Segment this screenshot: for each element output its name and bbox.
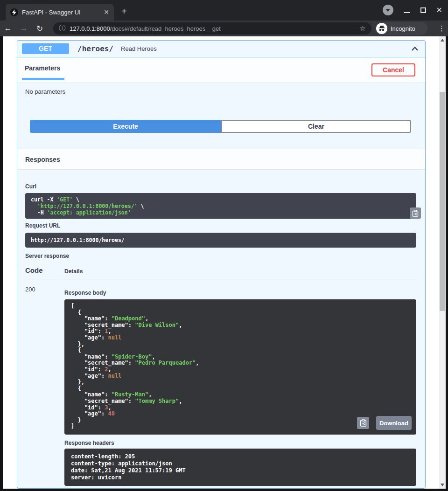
curl-label: Curl (25, 183, 36, 190)
browser-menu-icon[interactable]: ⋮ (438, 24, 445, 33)
url-text[interactable]: 127.0.0.1:8000/docs#/default/read_heroes… (70, 25, 356, 32)
tab-close-icon[interactable]: ✕ (104, 9, 109, 15)
maximize-icon[interactable] (420, 7, 426, 13)
curl-copy-button[interactable] (410, 207, 421, 219)
browser-toolbar: ← → ↻ ⓘ 127.0.0.1:8000/docs#/default/rea… (0, 21, 448, 36)
window-close-icon[interactable]: ✕ (436, 7, 442, 14)
cancel-button[interactable]: Cancel (371, 63, 415, 76)
clear-button[interactable]: Clear (221, 120, 411, 133)
responses-section-header: Responses (17, 149, 425, 170)
download-button[interactable]: Download (376, 416, 412, 430)
response-headers-label: Response headers (64, 440, 114, 446)
url-host: 127.0.0.1:8000 (70, 25, 110, 32)
clipboard-icon (412, 210, 419, 217)
status-code: 200 (25, 286, 35, 293)
response-body-json: [ { "name": "Deadpond", "secret_name": "… (71, 303, 410, 430)
http-method-badge: GET (22, 43, 69, 54)
response-body-label: Response body (64, 290, 106, 296)
page-scrollbar[interactable] (439, 36, 446, 489)
browser-titlebar: FastAPI - Swagger UI ✕ + ✕ (0, 0, 448, 21)
parameters-section-header: Parameters Cancel (17, 57, 425, 83)
request-url-value: http://127.0.0.1:8000/heroes/ (31, 237, 125, 243)
endpoint-summary: Read Heroes (121, 45, 157, 52)
responses-title: Responses (25, 156, 60, 163)
address-bar[interactable]: ⓘ 127.0.0.1:8000/docs#/default/read_hero… (53, 22, 371, 35)
parameters-title: Parameters (25, 64, 60, 72)
browser-window: FastAPI - Swagger UI ✕ + ✕ ← → ↻ ⓘ 127.0… (0, 0, 448, 491)
execute-button[interactable]: Execute (30, 120, 221, 133)
code-column-header: Code (25, 266, 43, 274)
curl-code-block: curl -X 'GET' \ 'http://127.0.0.1:8000/h… (25, 193, 416, 219)
request-url-label: Request URL (25, 222, 60, 229)
incognito-label: Incognito (391, 25, 415, 32)
table-divider (25, 279, 416, 279)
execute-row: Execute Clear (30, 120, 411, 133)
browser-tab[interactable]: FastAPI - Swagger UI ✕ (6, 4, 114, 21)
server-response-label: Server response (25, 253, 69, 259)
details-column-header: Details (64, 268, 83, 275)
opblock-get-heroes: GET /heroes/ Read Heroes Parameters Canc… (17, 40, 426, 489)
collapse-chevron-icon[interactable] (410, 44, 420, 54)
scroll-up-icon[interactable] (441, 39, 444, 41)
bookmark-star-icon[interactable]: ☆ (360, 24, 366, 33)
site-info-icon[interactable]: ⓘ (59, 24, 65, 33)
forward-icon[interactable]: → (16, 24, 32, 33)
reload-icon[interactable]: ↻ (32, 24, 48, 34)
incognito-badge: Incognito (375, 22, 427, 35)
tab-title: FastAPI - Swagger UI (22, 9, 100, 16)
response-body-block: [ { "name": "Deadpond", "secret_name": "… (64, 299, 416, 435)
page-content: GET /heroes/ Read Heroes Parameters Canc… (3, 36, 446, 489)
scrollbar-thumb[interactable] (440, 92, 445, 311)
opblock-header[interactable]: GET /heroes/ Read Heroes (17, 41, 425, 57)
no-parameters-text: No parameters (25, 88, 65, 95)
response-copy-button[interactable] (357, 417, 369, 429)
clipboard-icon (360, 419, 367, 427)
parameters-tab-indicator (22, 78, 64, 80)
scroll-down-icon[interactable] (441, 484, 444, 486)
response-headers-block: content-length: 205content-type: applica… (64, 449, 416, 486)
url-path: /docs#/default/read_heroes_heroes__get (110, 25, 221, 32)
incognito-icon (376, 23, 387, 34)
fastapi-favicon-icon (10, 8, 18, 16)
back-icon[interactable]: ← (0, 24, 16, 33)
endpoint-path: /heroes/ (77, 44, 113, 53)
minimize-icon[interactable] (404, 12, 410, 13)
tab-search-icon[interactable] (383, 5, 393, 15)
request-url-block: http://127.0.0.1:8000/heroes/ (25, 233, 416, 248)
new-tab-icon[interactable]: + (121, 7, 127, 16)
